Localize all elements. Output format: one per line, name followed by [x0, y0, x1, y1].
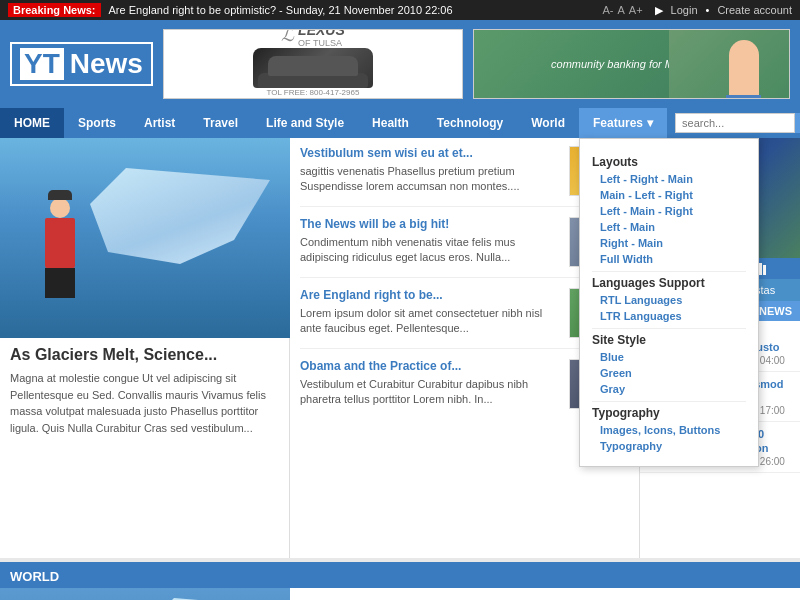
nav-world[interactable]: World — [517, 108, 579, 138]
nav-sports[interactable]: Sports — [64, 108, 130, 138]
mid-article-body-2: Condimentum nibh venenatis vitae felis m… — [300, 235, 561, 266]
world-content: As Glaciers Melt, Science Seeks... Magna… — [0, 588, 800, 600]
person-figure — [30, 198, 90, 318]
breaking-news-label: Breaking News: — [8, 3, 101, 17]
layout-left-main-right[interactable]: Left - Main - Right — [592, 203, 746, 219]
world-section: WORLD As Glaciers Melt, Science Seeks...… — [0, 562, 800, 600]
main-article-title[interactable]: As Glaciers Melt, Science... — [10, 346, 279, 364]
logo[interactable]: YT News — [10, 42, 153, 86]
world-section-header: WORLD — [0, 565, 69, 588]
search-button[interactable]: 🔍 — [795, 113, 800, 133]
site-style-section-title: Site Style — [592, 328, 746, 349]
login-link[interactable]: Login — [671, 4, 698, 16]
breaking-news-bar: Breaking News: Are England right to be o… — [0, 0, 800, 20]
breaking-news-text: Are England right to be optimistic? - Su… — [109, 4, 453, 16]
typography-images-icons[interactable]: Images, Icons, Buttons — [592, 422, 746, 438]
vol-bar-5 — [759, 263, 762, 275]
header: YT News ℒ LEXUS OF TULSA TOL FREE: 800-4… — [0, 20, 800, 108]
mid-article-body-1: sagittis venenatis Phasellus pretium pre… — [300, 164, 561, 195]
create-account-link[interactable]: Create account — [717, 4, 792, 16]
font-increase[interactable]: A+ — [629, 4, 643, 16]
typography-section-title: Typography — [592, 401, 746, 422]
nav-life-style[interactable]: Life and Style — [252, 108, 358, 138]
mid-article-title-4[interactable]: Obama and the Practice of... — [300, 359, 561, 373]
person-body — [45, 218, 75, 268]
search-input[interactable] — [675, 113, 795, 133]
layouts-section-title: Layouts — [592, 151, 746, 171]
nav-technology[interactable]: Technology — [423, 108, 517, 138]
languages-section-title: Languages Support — [592, 271, 746, 292]
world-image — [0, 588, 290, 600]
font-decrease[interactable]: A- — [603, 4, 614, 16]
lexus-car-image — [253, 48, 373, 88]
person-head — [50, 198, 70, 218]
layout-right-main[interactable]: Right - Main — [592, 235, 746, 251]
mid-article-title-3[interactable]: Are England right to be... — [300, 288, 561, 302]
main-nav: HOME Sports Artist Travel Life and Style… — [0, 108, 800, 138]
font-controls[interactable]: A- A A+ — [603, 4, 643, 16]
nav-health[interactable]: Health — [358, 108, 423, 138]
layout-left-main[interactable]: Left - Main — [592, 219, 746, 235]
mid-article-title-1[interactable]: Vestibulum sem wisi eu at et... — [300, 146, 561, 160]
lexus-logo-text: LEXUS — [298, 29, 345, 38]
style-green[interactable]: Green — [592, 365, 746, 381]
ads-area: ℒ LEXUS OF TULSA TOL FREE: 800-417-2965 … — [163, 29, 790, 99]
mid-article-body-3: Lorem ipsum dolor sit amet consectetuer … — [300, 306, 561, 337]
lang-ltr[interactable]: LTR Languages — [592, 308, 746, 324]
nav-artist[interactable]: Artist — [130, 108, 189, 138]
logo-yt: YT — [20, 48, 64, 80]
main-article-excerpt: As Glaciers Melt, Science... Magna at mo… — [0, 338, 289, 444]
left-panel: As Glaciers Melt, Science... Magna at mo… — [0, 138, 290, 558]
nav-travel[interactable]: Travel — [189, 108, 252, 138]
layout-left-right-main[interactable]: Left - Right - Main — [592, 171, 746, 187]
community-ad[interactable]: community banking for Marcelich — [473, 29, 790, 99]
person-legs — [45, 268, 75, 298]
layout-full-width[interactable]: Full Width — [592, 251, 746, 267]
main-article-text: Magna at molestie congue Ut vel adipisci… — [10, 370, 279, 436]
lang-rtl[interactable]: RTL Languages — [592, 292, 746, 308]
lexus-ad[interactable]: ℒ LEXUS OF TULSA TOL FREE: 800-417-2965 … — [163, 29, 463, 99]
style-blue[interactable]: Blue — [592, 349, 746, 365]
main-image — [0, 138, 290, 338]
features-dropdown: Layouts Left - Right - Main Main - Left … — [579, 138, 759, 467]
mid-article-body-4: Vestibulum et Curabitur Curabitur dapibu… — [300, 377, 561, 408]
nav-arrow-icon: ▶ — [655, 4, 663, 17]
world-list-item-1[interactable]: › Enim sodales ligula Phasellus (27/04/2… — [300, 596, 790, 600]
logo-news: News — [70, 48, 143, 80]
mid-article-title-2[interactable]: The News will be a big hit! — [300, 217, 561, 231]
style-gray[interactable]: Gray — [592, 381, 746, 397]
search-box[interactable]: 🔍 — [667, 108, 800, 138]
nav-home[interactable]: HOME — [0, 108, 64, 138]
features-arrow-icon: ▾ — [647, 116, 653, 130]
world-left: As Glaciers Melt, Science Seeks... Magna… — [0, 588, 290, 600]
world-right: › Enim sodales ligula Phasellus (27/04/2… — [290, 588, 800, 600]
vol-bar-6 — [763, 265, 766, 275]
nav-features[interactable]: Features ▾ Layouts Left - Right - Main M… — [579, 108, 667, 138]
typography-typography[interactable]: Typography — [592, 438, 746, 454]
layout-main-left-right[interactable]: Main - Left - Right — [592, 187, 746, 203]
font-normal[interactable]: A — [618, 4, 625, 16]
